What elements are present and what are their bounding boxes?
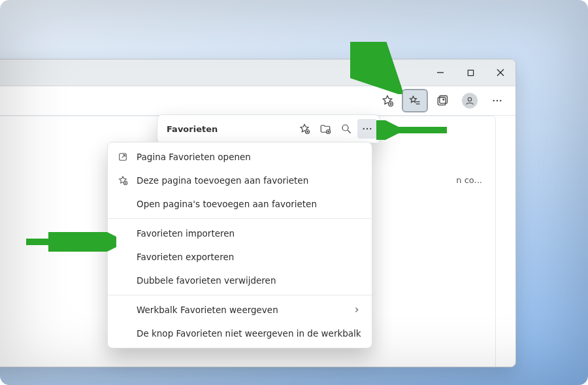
favorites-panel: Favorieten (157, 114, 380, 144)
menu-remove-duplicates[interactable]: Dubbele favorieten verwijderen (108, 269, 372, 292)
collections-button[interactable] (431, 90, 454, 111)
svg-point-27 (370, 128, 371, 129)
svg-rect-9 (438, 97, 446, 105)
svg-line-29 (122, 155, 125, 158)
partial-bookmark-row: n co... (456, 175, 482, 185)
close-icon (497, 69, 504, 76)
svg-line-24 (348, 130, 351, 133)
favorites-button[interactable] (403, 90, 427, 111)
menu-item-label: Favorieten exporteren (137, 252, 361, 262)
horizontal-dots-icon (361, 123, 373, 135)
menu-import-favorites[interactable]: Favorieten importeren (108, 222, 372, 245)
svg-point-15 (497, 100, 498, 101)
search-icon (340, 123, 352, 135)
title-bar (0, 59, 515, 86)
favorites-star-lines-icon (408, 94, 421, 107)
maximize-button[interactable] (455, 59, 485, 86)
svg-point-23 (342, 125, 348, 131)
svg-point-16 (500, 100, 501, 101)
profile-avatar-icon (462, 93, 478, 109)
menu-separator (108, 218, 372, 219)
menu-separator (108, 295, 372, 295)
menu-open-favorites-page[interactable]: Pagina Favorieten openen (108, 145, 372, 169)
menu-export-favorites[interactable]: Favorieten exporteren (108, 245, 372, 269)
open-link-icon (117, 151, 129, 163)
svg-rect-1 (468, 70, 473, 75)
favorites-context-menu: Pagina Favorieten openen Deze pagina toe… (107, 142, 372, 348)
horizontal-dots-icon (491, 95, 503, 107)
menu-item-label: Deze pagina toevoegen aan favorieten (137, 175, 361, 186)
toolbar (0, 86, 515, 116)
svg-point-25 (363, 128, 365, 129)
minimize-icon (436, 69, 444, 76)
menu-item-label: Dubbele favorieten verwijderen (137, 275, 361, 286)
favorites-pin-button[interactable] (295, 119, 314, 139)
favorites-more-button[interactable] (357, 119, 377, 139)
menu-add-open-pages[interactable]: Open pagina's toevoegen aan favorieten (108, 192, 372, 216)
menu-add-page[interactable]: Deze pagina toevoegen aan favorieten (108, 169, 372, 192)
favorites-search-button[interactable] (336, 119, 356, 139)
star-plus-icon (381, 94, 394, 107)
svg-point-13 (468, 97, 471, 101)
add-favorite-button[interactable] (376, 90, 399, 111)
favorites-panel-title: Favorieten (167, 124, 293, 134)
star-plus-icon (299, 123, 310, 135)
svg-point-26 (367, 128, 368, 129)
minimize-button[interactable] (425, 59, 455, 86)
menu-item-label: Favorieten importeren (137, 228, 361, 239)
svg-point-14 (493, 100, 495, 101)
menu-item-label: Werkbalk Favorieten weergeven (137, 305, 346, 315)
menu-show-toolbar[interactable]: Werkbalk Favorieten weergeven (108, 298, 372, 322)
favorites-add-folder-button[interactable] (316, 119, 335, 139)
collections-icon (436, 94, 449, 107)
star-plus-icon (117, 175, 129, 186)
maximize-icon (467, 69, 474, 76)
more-button[interactable] (485, 90, 509, 111)
menu-hide-button[interactable]: De knop Favorieten niet weergeven in de … (108, 322, 372, 345)
menu-item-label: De knop Favorieten niet weergeven in de … (137, 328, 361, 339)
profile-button[interactable] (458, 90, 482, 111)
menu-item-label: Pagina Favorieten openen (137, 152, 361, 162)
menu-item-label: Open pagina's toevoegen aan favorieten (137, 199, 361, 209)
folder-plus-icon (319, 123, 331, 135)
close-button[interactable] (485, 59, 515, 86)
chevron-right-icon (353, 305, 361, 315)
favorites-panel-header: Favorieten (157, 115, 380, 143)
